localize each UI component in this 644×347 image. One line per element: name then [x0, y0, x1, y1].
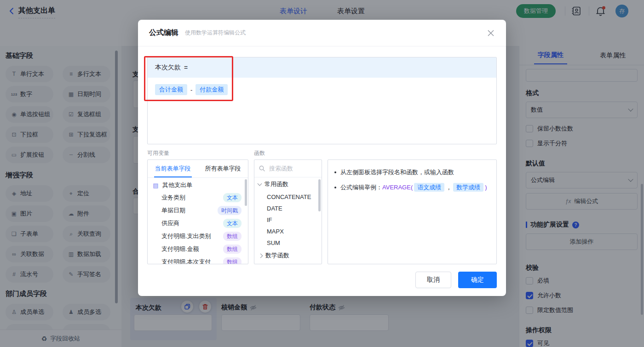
type-badge: 数组 [223, 257, 242, 264]
variable-row[interactable]: 支付明细.支出类别数组 [148, 230, 248, 243]
type-badge: 数组 [223, 245, 242, 254]
bullet [334, 187, 336, 188]
modal-title: 公式编辑 [149, 28, 178, 38]
function-item[interactable]: DATE [254, 203, 322, 214]
function-search-input[interactable] [268, 165, 316, 172]
help-example-line: 公式编辑举例：AVERAGE(语文成绩，数学成绩) [334, 183, 490, 192]
close-icon[interactable] [488, 30, 494, 36]
app-window: 其他支出单 表单设计 表单设置 数据管理 存 ⊘ 表单外链 ⊠ 后端脚本 ▥ 数… [0, 0, 644, 347]
type-badge: 文本 [223, 219, 242, 228]
tree-root-form[interactable]: ▤ 其他支出单 [148, 178, 248, 191]
type-badge: 文本 [223, 193, 242, 202]
variable-row[interactable]: 支付明细.本次支付数组 [148, 256, 248, 264]
help-panel: 从左侧面板选择字段名和函数，或输入函数 公式编辑举例：AVERAGE(语文成绩，… [328, 159, 497, 264]
function-item[interactable]: CONCATENATE [254, 191, 322, 203]
functions-label: 函数 [254, 149, 265, 157]
field-chip: 语文成绩 [414, 183, 444, 192]
confirm-button[interactable]: 确定 [458, 272, 497, 288]
variable-row[interactable]: 供应商文本 [148, 217, 248, 230]
variable-row[interactable]: 支付明细.金额数组 [148, 243, 248, 256]
function-group-text[interactable]: 文本函数 [254, 262, 322, 264]
search-icon [259, 165, 265, 171]
formula-editor-modal: 公式编辑 使用数学运算符编辑公式 本次欠款 = 合计金额 - 付款金额 可用变量… [138, 20, 506, 296]
modal-subtitle: 使用数学运算符编辑公式 [185, 29, 246, 37]
type-badge: 数组 [223, 232, 242, 241]
tab-current-form-fields[interactable]: 当前表单字段 [148, 160, 198, 177]
help-line: 从左侧面板选择字段名和函数，或输入函数 [334, 168, 490, 177]
variable-row[interactable]: 单据日期时间戳 [148, 204, 248, 217]
cancel-button[interactable]: 取消 [415, 272, 451, 288]
function-group-common[interactable]: 常用函数 [254, 177, 322, 191]
modal-header: 公式编辑 使用数学运算符编辑公式 [138, 20, 506, 46]
field-chip: 数学成绩 [453, 183, 483, 192]
type-badge: 时间戳 [218, 206, 242, 215]
variable-row[interactable]: 业务类别文本 [148, 191, 248, 204]
document-icon: ▤ [152, 182, 159, 189]
annotation-highlight-box [144, 56, 233, 101]
function-item[interactable]: SUM [254, 237, 322, 249]
function-item[interactable]: MAPX [254, 226, 322, 237]
bullet [334, 171, 336, 173]
variables-panel: 当前表单字段 所有表单字段 ▤ 其他支出单 业务类别文本 单据日期时间戳 供应商… [147, 159, 248, 264]
panel-scrollbar[interactable] [245, 179, 247, 206]
caret-down-icon [258, 182, 262, 186]
function-group-math[interactable]: 数学函数 [254, 249, 322, 262]
functions-panel: 常用函数 CONCATENATE DATE IF MAPX SUM 数学函数 文… [254, 159, 322, 264]
tab-all-form-fields[interactable]: 所有表单字段 [198, 160, 248, 177]
variables-label: 可用变量 [147, 149, 169, 157]
function-item[interactable]: IF [254, 214, 322, 226]
function-name: AVERAGE( [382, 184, 413, 191]
caret-right-icon [259, 253, 263, 258]
panel-scrollbar[interactable] [318, 179, 321, 211]
variables-tabs: 当前表单字段 所有表单字段 [148, 160, 248, 178]
function-search[interactable] [254, 160, 322, 177]
